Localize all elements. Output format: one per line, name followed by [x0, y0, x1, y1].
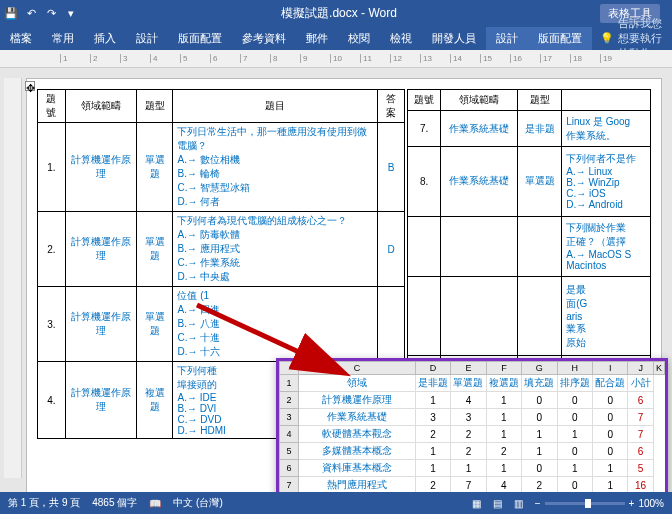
excel-cell[interactable]: 1	[415, 392, 450, 409]
excel-cell[interactable]: 1	[415, 460, 450, 477]
excel-cell[interactable]: 1	[486, 409, 521, 426]
excel-cell[interactable]: 2	[522, 477, 557, 493]
excel-cell[interactable]: 7	[451, 477, 486, 493]
zoom-out-icon[interactable]: −	[535, 498, 541, 509]
zoom-slider[interactable]	[545, 502, 625, 505]
ribbon-tab[interactable]: 校閱	[338, 27, 380, 50]
excel-col-header[interactable]	[280, 362, 299, 375]
excel-subtotal-cell[interactable]: 7	[628, 409, 653, 426]
excel-cell[interactable]: 1	[522, 426, 557, 443]
excel-col-header[interactable]: H	[557, 362, 592, 375]
excel-cell[interactable]: 1	[593, 477, 628, 493]
spellcheck-icon[interactable]: 📖	[149, 498, 161, 509]
ribbon-tab[interactable]: 郵件	[296, 27, 338, 50]
excel-row-header[interactable]: 3	[280, 409, 299, 426]
excel-row-header[interactable]: 4	[280, 426, 299, 443]
excel-header-cell[interactable]: 排序題	[557, 375, 592, 392]
excel-cell[interactable]: 2	[415, 426, 450, 443]
excel-cell[interactable]: 1	[557, 426, 592, 443]
excel-cat-cell[interactable]: 軟硬體基本觀念	[299, 426, 416, 443]
excel-col-header[interactable]: I	[593, 362, 628, 375]
excel-col-header[interactable]: D	[415, 362, 450, 375]
excel-cell[interactable]: 2	[451, 443, 486, 460]
excel-cell[interactable]: 3	[451, 409, 486, 426]
excel-subtotal-cell[interactable]: 7	[628, 426, 653, 443]
excel-header-cell[interactable]: 領域	[299, 375, 416, 392]
excel-cell[interactable]: 0	[522, 409, 557, 426]
zoom-in-icon[interactable]: +	[629, 498, 635, 509]
redo-icon[interactable]: ↷	[44, 6, 58, 20]
table-anchor-icon[interactable]: ✥	[25, 81, 35, 91]
excel-col-header[interactable]: F	[486, 362, 521, 375]
excel-cell[interactable]: 0	[593, 443, 628, 460]
excel-cell[interactable]: 1	[415, 443, 450, 460]
undo-icon[interactable]: ↶	[24, 6, 38, 20]
ribbon-tab[interactable]: 檢視	[380, 27, 422, 50]
excel-cell[interactable]: 1	[486, 426, 521, 443]
excel-cell[interactable]: 0	[522, 392, 557, 409]
excel-cell[interactable]: 0	[557, 409, 592, 426]
excel-subtotal-cell[interactable]: 5	[628, 460, 653, 477]
ribbon-tab[interactable]: 插入	[84, 27, 126, 50]
zoom-level[interactable]: 100%	[638, 498, 664, 509]
excel-subtotal-cell[interactable]: 6	[628, 392, 653, 409]
excel-col-header[interactable]: J	[628, 362, 653, 375]
ribbon-tab[interactable]: 版面配置	[168, 27, 232, 50]
excel-row-header[interactable]: 6	[280, 460, 299, 477]
excel-cell[interactable]: 0	[593, 409, 628, 426]
excel-header-cell[interactable]: 是非題	[415, 375, 450, 392]
excel-cat-cell[interactable]: 多媒體基本概念	[299, 443, 416, 460]
excel-row-header[interactable]: 7	[280, 477, 299, 493]
excel-header-cell[interactable]: 填充題	[522, 375, 557, 392]
excel-cell[interactable]: 0	[557, 392, 592, 409]
excel-header-cell[interactable]: 複選題	[486, 375, 521, 392]
qat-more-icon[interactable]: ▾	[64, 6, 78, 20]
excel-cell[interactable]: 0	[593, 392, 628, 409]
excel-col-header[interactable]: K	[653, 362, 664, 375]
word-count[interactable]: 4865 個字	[92, 496, 137, 510]
excel-row-header[interactable]: 5	[280, 443, 299, 460]
view-print-icon[interactable]: ▤	[493, 498, 502, 509]
excel-cell[interactable]: 1	[593, 460, 628, 477]
excel-overlay[interactable]: CDEFGHIJK1領域是非題單選題複選題填充題排序題配合題小計2計算機運作原理…	[276, 358, 668, 492]
excel-cell[interactable]: 4	[451, 392, 486, 409]
excel-col-header[interactable]: E	[451, 362, 486, 375]
page-indicator[interactable]: 第 1 頁，共 9 頁	[8, 496, 80, 510]
excel-cell[interactable]: 1	[522, 443, 557, 460]
ribbon-tab[interactable]: 開發人員	[422, 27, 486, 50]
excel-cell[interactable]: 1	[486, 460, 521, 477]
excel-cell[interactable]: 4	[486, 477, 521, 493]
excel-cell[interactable]: 2	[415, 477, 450, 493]
excel-cell[interactable]: 0	[557, 477, 592, 493]
view-web-icon[interactable]: ▥	[514, 498, 523, 509]
ribbon-context-tab[interactable]: 設計	[486, 27, 528, 50]
excel-cell[interactable]: 3	[415, 409, 450, 426]
excel-cell[interactable]: 0	[557, 443, 592, 460]
horizontal-ruler[interactable]: 12345678910111213141516171819	[0, 50, 672, 68]
excel-col-header[interactable]: G	[522, 362, 557, 375]
ribbon-tab[interactable]: 設計	[126, 27, 168, 50]
excel-row-header[interactable]: 2	[280, 392, 299, 409]
excel-header-cell[interactable]: 小計	[628, 375, 653, 392]
ribbon-tab[interactable]: 檔案	[0, 27, 42, 50]
excel-cell[interactable]: 1	[557, 460, 592, 477]
save-icon[interactable]: 💾	[4, 6, 18, 20]
excel-cat-cell[interactable]: 熱門應用程式	[299, 477, 416, 493]
excel-cat-cell[interactable]: 資料庫基本概念	[299, 460, 416, 477]
excel-header-cell[interactable]: 單選題	[451, 375, 486, 392]
ribbon-tab[interactable]: 常用	[42, 27, 84, 50]
view-read-icon[interactable]: ▦	[472, 498, 481, 509]
zoom-control[interactable]: − + 100%	[535, 498, 664, 509]
excel-cat-cell[interactable]: 作業系統基礎	[299, 409, 416, 426]
excel-cell[interactable]: 2	[451, 426, 486, 443]
excel-cell[interactable]: 0	[593, 426, 628, 443]
excel-header-cell[interactable]: 配合題	[593, 375, 628, 392]
vertical-ruler[interactable]	[4, 78, 22, 478]
ribbon-context-tab[interactable]: 版面配置	[528, 27, 592, 50]
excel-col-header[interactable]: C	[299, 362, 416, 375]
excel-cell[interactable]: 1	[486, 392, 521, 409]
excel-cell[interactable]: 2	[486, 443, 521, 460]
excel-cell[interactable]: 1	[451, 460, 486, 477]
excel-subtotal-cell[interactable]: 16	[628, 477, 653, 493]
excel-row-header[interactable]: 1	[280, 375, 299, 392]
